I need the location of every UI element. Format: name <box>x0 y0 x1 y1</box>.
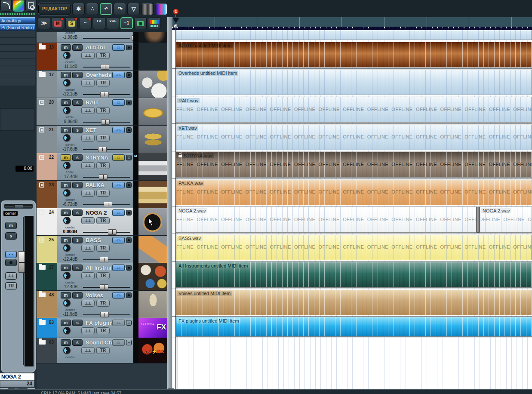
routing-button[interactable]: -□- <box>112 99 125 106</box>
fx-slot[interactable] <box>0 65 35 72</box>
track-color-strip[interactable]: 27 <box>37 263 57 290</box>
solo-button[interactable]: s <box>72 265 83 271</box>
record-arm-button[interactable] <box>126 292 132 298</box>
track-name[interactable]: STRYNA <box>86 154 108 161</box>
solo-button[interactable]: s <box>72 292 83 299</box>
routing-button[interactable]: -□- <box>112 154 125 161</box>
fx-slot[interactable] <box>0 58 35 65</box>
edit-cursor[interactable] <box>175 17 176 389</box>
track-color-strip[interactable]: 13 <box>37 43 57 70</box>
volume-slider[interactable] <box>83 204 130 205</box>
fipm-button[interactable]: ⊥⊥ <box>81 327 95 334</box>
paint-brush-icon[interactable] <box>13 0 24 12</box>
routing-button[interactable]: -□- <box>5 251 17 258</box>
volume-slider-thumb[interactable] <box>100 92 109 97</box>
mute-button[interactable]: m <box>61 339 71 346</box>
pan-knob[interactable] <box>63 134 71 142</box>
pan-knob[interactable] <box>63 107 71 114</box>
track-color-strip[interactable]: 24 <box>37 208 57 235</box>
fipm-button[interactable]: ⊥⊥ <box>81 347 95 354</box>
record-arm-button[interactable] <box>126 45 132 50</box>
fipm-button[interactable]: ⊥⊥ <box>81 217 95 224</box>
fx-slot[interactable]: Pi (Sound Radix) <box>0 24 35 31</box>
routing-button[interactable]: -□- <box>112 127 125 133</box>
new-item-icon[interactable]: ✱ <box>72 3 85 15</box>
trim-button[interactable]: TR <box>96 217 110 224</box>
routing-button[interactable]: -□- <box>112 209 125 216</box>
pan-slider-thumb[interactable] <box>15 204 23 208</box>
media-item[interactable]: ALbTbl untitled MIDI item <box>175 42 532 68</box>
pan-knob[interactable] <box>63 299 71 307</box>
pan-knob[interactable] <box>63 79 71 86</box>
track-color-strip[interactable]: 63 <box>37 338 57 363</box>
fipm-button[interactable]: ⊥⊥ <box>81 107 95 114</box>
fipm-button[interactable]: ⊥⊥ <box>81 52 95 59</box>
volume-routing-icon[interactable]: VOL <box>107 17 119 29</box>
undo-icon[interactable]: ↶ <box>100 3 112 15</box>
fx-slot[interactable]: Auto-Align <box>0 17 35 24</box>
track-type-icon[interactable] <box>39 237 44 243</box>
track-name[interactable]: ALbTbl <box>86 44 105 51</box>
track-thumbnail[interactable] <box>138 98 168 125</box>
trim-button[interactable]: TR <box>5 282 17 289</box>
track-color-strip[interactable]: 22 <box>37 153 57 180</box>
record-arm-button[interactable] <box>126 340 132 345</box>
solo-button[interactable]: s <box>72 127 83 133</box>
panel-splitter[interactable] <box>167 17 172 389</box>
trim-button[interactable]: TR <box>96 300 110 307</box>
track-thumbnail[interactable] <box>138 43 168 70</box>
filter-icon[interactable]: ▽ <box>127 3 140 15</box>
pan-knob[interactable] <box>63 327 71 334</box>
solo-button[interactable]: s <box>72 209 83 216</box>
track-thumbnail[interactable]: FESTIVAL FX <box>138 318 168 338</box>
record-arm-button[interactable] <box>126 72 132 78</box>
record-arm-button[interactable] <box>126 265 132 271</box>
fx-slot[interactable] <box>0 52 35 58</box>
track-thumbnail[interactable] <box>138 181 168 208</box>
record-arm-button[interactable] <box>126 100 132 105</box>
trim-button[interactable]: TR <box>96 347 110 354</box>
mute-button[interactable]: m <box>61 72 71 78</box>
trim-button[interactable]: TR <box>96 135 110 142</box>
mute-button[interactable]: m <box>61 127 71 133</box>
editor-button[interactable]: РЕДАКТОР <box>38 3 71 15</box>
volume-slider-thumb[interactable] <box>98 147 107 152</box>
track-type-icon[interactable] <box>39 127 44 132</box>
mute-button[interactable]: m <box>61 209 71 216</box>
track-color-strip[interactable]: 23 <box>37 181 57 208</box>
track-row-20[interactable]: 20 m s RAIT -□- ⊥⊥ TR 42%L -9.86dB <box>37 98 168 126</box>
redo-icon[interactable]: ↷ <box>114 3 126 15</box>
spectrogram-thumbnail[interactable] <box>155 3 167 15</box>
routing-button[interactable]: -□- <box>112 292 125 299</box>
routing-button[interactable]: -□- <box>112 265 125 271</box>
solo-button[interactable]: s <box>72 44 83 51</box>
track-name[interactable]: Voises <box>86 292 103 299</box>
media-item[interactable]: All Instruments untitled MIDI item <box>175 262 532 288</box>
fx-slot[interactable] <box>0 38 35 45</box>
item-edge-handle[interactable] <box>477 207 480 233</box>
partial-track-row[interactable]: center -1.98dB <box>37 32 168 43</box>
timeline-tick-strip[interactable] <box>172 27 532 30</box>
track-row-53[interactable]: 53 m s FX plugins -□- ⊥⊥ TR FE <box>37 318 168 338</box>
track-thumbnail[interactable] <box>138 126 168 153</box>
track-thumbnail[interactable]: AC⚡DC <box>138 338 168 363</box>
track-color-strip[interactable]: 53 <box>37 318 57 338</box>
track-row-22[interactable]: 22 m s STRYNA -□- ⊥⊥ TR 10%L -17.4dB M <box>37 153 168 181</box>
volume-slider[interactable] <box>83 287 130 288</box>
track-color-strip[interactable]: 17 <box>37 71 57 98</box>
volume-slider[interactable] <box>83 94 130 95</box>
track-row-63[interactable]: 63 m s Sound Check -□- ⊥⊥ TR center <box>37 338 168 363</box>
fipm-button[interactable]: ⊥⊥ <box>81 190 95 197</box>
track-thumbnail[interactable] <box>138 32 168 43</box>
timeline-ruler[interactable] <box>172 17 532 27</box>
record-arm-button[interactable] <box>126 237 132 243</box>
volume-slider[interactable] <box>83 259 130 260</box>
routing-button[interactable]: -□- <box>112 339 125 346</box>
media-item[interactable]: XET.wav OFFLINEOFFLINEOFFLINEOFFLINEOFFL… <box>175 124 532 150</box>
record-arm-button[interactable] <box>126 320 132 326</box>
record-arm-button[interactable] <box>126 182 132 188</box>
volume-slider-thumb[interactable] <box>100 312 109 317</box>
track-name[interactable]: FX plugins <box>86 320 114 326</box>
pan-knob[interactable] <box>63 244 71 252</box>
track-type-icon[interactable] <box>39 72 46 77</box>
